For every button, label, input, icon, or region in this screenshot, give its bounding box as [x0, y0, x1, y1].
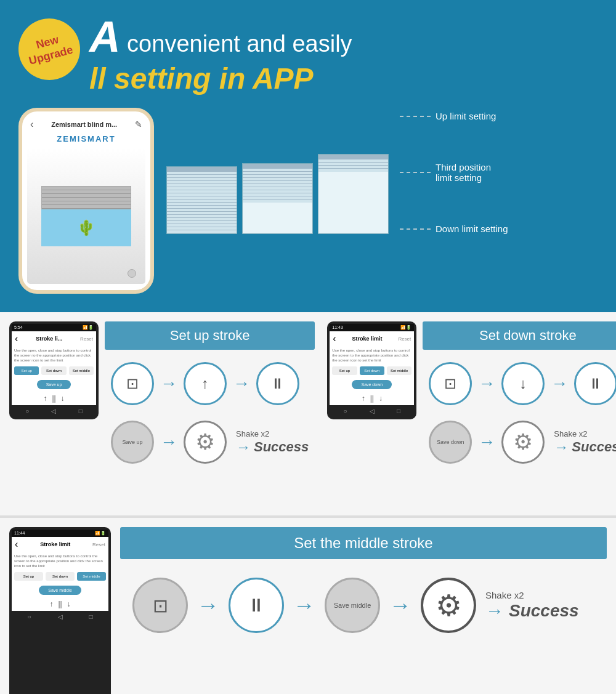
ps-desc-down: Use the open, close and stop buttons to … [332, 349, 411, 363]
third-dashed [400, 172, 431, 173]
step-circle-save: Save up [111, 421, 154, 464]
pause-icon: ⏸ [270, 375, 285, 392]
nav-back-down[interactable]: ◁ [370, 408, 375, 414]
ps-title-middle: Stroke limit [40, 541, 70, 547]
phone-screen: 🌵 [27, 148, 145, 284]
up-ctrl[interactable]: ↑ [43, 394, 47, 403]
blind-slats [41, 186, 131, 209]
tab-setmiddle-middle[interactable]: Set middle [77, 572, 106, 581]
phone-title: Zemismart blind m... [51, 121, 117, 128]
ms-circle-shake: ⚙ [421, 578, 476, 633]
ms-arrow-2: → [293, 592, 315, 618]
shake-icon-up: ⚙ [195, 429, 215, 455]
tab-setup-down[interactable]: Set up [332, 366, 357, 375]
nav-home-middle[interactable]: ○ [27, 613, 31, 620]
ps-title-up: Stroke li... [36, 336, 62, 342]
nav-home-down[interactable]: ○ [343, 408, 347, 414]
success-text-up: Success [254, 439, 309, 455]
step-arrow-3-down: → [478, 432, 495, 452]
tab-setup-middle[interactable]: Set up [14, 572, 43, 581]
ps-tabs-middle: Set up Set down Set middle [14, 572, 106, 581]
blind-diagram-container: Up limit setting Third position limit se… [166, 111, 598, 234]
middle-instructions: Set the middle stroke ⊡ → ⏸ → Save middl… [120, 527, 607, 694]
ps-back-down[interactable]: ‹ [333, 333, 336, 344]
bd-slats-mid [243, 169, 312, 203]
ps-reset-up[interactable]: Reset [80, 336, 93, 342]
status-icons-middle: 📶🔋 [95, 531, 106, 536]
tab-setdown-middle[interactable]: Set down [46, 572, 75, 581]
steps-row-1-down: ⊡ → ↓ → ⏸ [423, 359, 616, 408]
ps-reset-down[interactable]: Reset [398, 336, 411, 342]
ps-button-area-down: Save down [332, 380, 411, 389]
bd-header [243, 164, 312, 169]
ps-back-up[interactable]: ‹ [15, 333, 18, 344]
ps-content-middle: Use the open, close and stop buttons to … [12, 552, 108, 611]
save-up-btn[interactable]: Save up [37, 380, 71, 389]
stop-ctrl[interactable]: || [52, 394, 55, 403]
ps-bottom-nav-middle: ○ ◁ □ [12, 611, 108, 623]
ps-button-area-up: Save up [14, 380, 94, 389]
up-ctrl-down[interactable]: ↑ [362, 394, 365, 403]
tab-setup[interactable]: Set up [14, 366, 39, 375]
nav-back[interactable]: ◁ [51, 408, 56, 414]
tab-setdown[interactable]: Set down [41, 366, 66, 375]
header-area: New Upgrade A convenient and easily ll s… [18, 12, 598, 95]
bd-slats-top [318, 159, 388, 172]
step-arrow-1: → [160, 374, 177, 393]
ms-arrow-1: → [197, 592, 219, 618]
down-ctrl[interactable]: ↓ [61, 394, 65, 403]
phone-edit-icon[interactable]: ✎ [135, 119, 142, 129]
nav-home[interactable]: ○ [25, 408, 29, 414]
nav-menu[interactable]: □ [79, 408, 83, 414]
step-arrow-2: → [233, 374, 250, 393]
status-time-middle: 11:44 [14, 531, 25, 536]
blind-col-3 [318, 154, 389, 234]
status-time-down: 11:43 [332, 325, 343, 330]
up-dashed [400, 116, 431, 117]
ms-blind-icon: ⊡ [153, 595, 168, 616]
tab-setmiddle-down[interactable]: Set middle [387, 366, 411, 375]
title-line2: ll setting in APP [89, 62, 352, 95]
phone-brand: ZEMISMART [27, 134, 145, 143]
phone-screenshot-middle: 11:44 📶🔋 ‹ Stroke limit Reset Use the op… [9, 527, 111, 694]
up-ctrl-middle[interactable]: ↑ [49, 600, 53, 608]
set-up-stroke-title: Set up stroke [105, 321, 315, 350]
tab-setmiddle[interactable]: Set middle [69, 366, 94, 375]
new-upgrade-badge: New Upgrade [12, 12, 87, 87]
down-limit-label: Down limit setting [436, 224, 508, 234]
phone-circle-button[interactable] [128, 269, 136, 278]
steps-row-1-up: ⊡ → ↑ → ⏸ [105, 359, 315, 408]
up-limit-label: Up limit setting [436, 111, 496, 121]
down-dashed [400, 228, 431, 230]
statusbar-middle: 11:44 📶🔋 [12, 530, 108, 537]
down-ctrl-middle[interactable]: ↓ [67, 600, 71, 608]
save-middle-btn[interactable]: Save middle [39, 586, 81, 595]
save-down-btn[interactable]: Save down [352, 380, 392, 389]
down-limit-row: Down limit setting [400, 224, 508, 234]
third-label-group: Third position limit setting [400, 162, 508, 183]
title-convenient: convenient and easily [121, 31, 352, 57]
up-icon: ↑ [201, 375, 209, 392]
third-limit-text: limit setting [436, 172, 491, 183]
nav-menu-down[interactable]: □ [397, 408, 400, 414]
ps-reset-middle[interactable]: Reset [92, 542, 105, 547]
nav-menu-middle[interactable]: □ [89, 613, 92, 620]
nav-back-middle[interactable]: ◁ [58, 613, 63, 620]
down-ctrl-down[interactable]: ↓ [379, 394, 383, 403]
step-arrow-3: → [160, 432, 177, 452]
ps-back-middle[interactable]: ‹ [15, 539, 18, 550]
stop-ctrl-middle[interactable]: || [58, 600, 62, 608]
section-bottom: 11:44 📶🔋 ‹ Stroke limit Reset Use the op… [0, 515, 616, 694]
phone-mockup: ‹ Zemismart blind m... ✎ ZEMISMART [18, 108, 154, 294]
save-btn-label: Save up [122, 439, 142, 445]
subsection-down: 11:43 📶🔋 ‹ Stroke limit Reset Use the op… [327, 321, 616, 506]
bd-open-large [318, 172, 388, 233]
phone-back-arrow[interactable]: ‹ [30, 119, 33, 130]
shake-icon-down: ⚙ [513, 429, 533, 455]
step-circle-pause-down: ⏸ [574, 362, 616, 405]
stop-ctrl-down[interactable]: || [370, 394, 374, 403]
ps-controls-middle: ↑ || ↓ [14, 600, 106, 608]
tab-setdown-down[interactable]: Set down [360, 366, 384, 375]
title-area: A convenient and easily ll setting in AP… [89, 12, 352, 95]
big-a: A [89, 13, 121, 61]
